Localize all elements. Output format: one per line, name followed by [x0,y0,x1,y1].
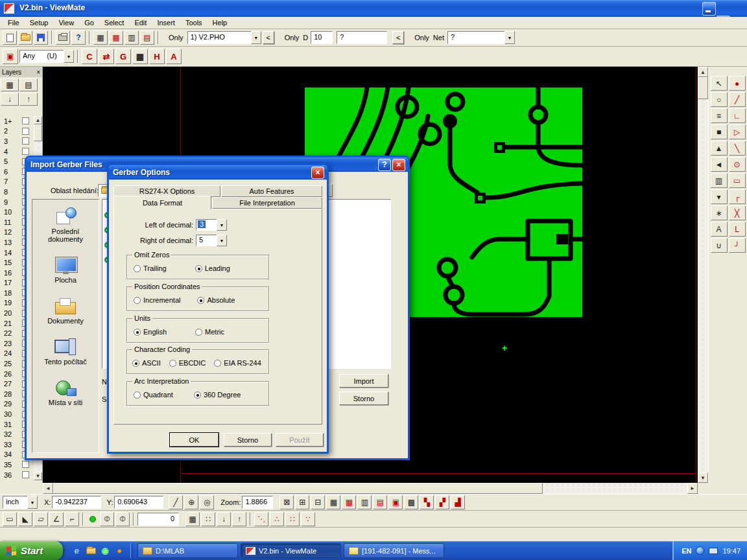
radio-option[interactable]: English [134,328,167,336]
zoom-tool-button[interactable]: ▤ [373,495,387,509]
draw-tool-button[interactable]: ∟ [729,108,746,123]
places-bar-item[interactable]: Poslední dokumenty [32,207,99,243]
draw-tool-button[interactable]: ⊙ [729,157,746,172]
menu-item[interactable]: Tools [180,18,208,28]
measure-tool-button[interactable]: ▱ [34,512,48,526]
radio-option[interactable]: Trailing [134,264,167,272]
dcode-input[interactable]: 10 [311,31,333,44]
draw-tool-button[interactable]: ◄ [711,157,728,172]
radio-icon[interactable] [194,391,201,399]
radio-option[interactable]: EBCDIC [169,359,206,367]
selection-mode-button[interactable]: ▣ [3,49,18,64]
layer-down-button[interactable]: ↓ [1,93,19,106]
highlight-tool-button[interactable]: G [115,49,131,64]
taskbar-task-button[interactable]: [191-482-091] - Mess... [344,543,444,558]
tray-display-icon[interactable] [709,548,718,554]
measure-tool-button[interactable]: ∠ [49,512,64,526]
places-bar-item[interactable]: Tento počítač [32,338,99,366]
scroll-thumb[interactable] [53,483,543,494]
menu-item[interactable]: Help [208,18,233,28]
highlight-tool-button[interactable]: H [149,49,165,64]
zoom-tool-button[interactable]: ▟ [451,495,465,509]
highlight-tool-button[interactable]: ⇄ [99,49,114,64]
grid-tool-button[interactable]: ↑ [232,512,246,526]
minimize-button[interactable] [702,2,716,16]
draw-tool-button[interactable]: ≡ [711,108,728,123]
draw-tool-button[interactable]: ┌ [729,189,746,204]
layer-list-button[interactable]: ▤ [19,78,38,91]
places-bar-item[interactable]: Místa v síti [32,379,99,406]
radio-icon[interactable] [134,391,141,399]
horizontal-scrollbar[interactable]: ◄ ► [43,483,698,494]
radio-icon[interactable] [214,360,221,367]
layer-visibility-checkbox[interactable] [22,137,29,145]
menu-item[interactable]: Edit [129,18,152,28]
left-of-decimal-combo[interactable]: 3 ▼ [196,219,227,231]
zoom-tool-button[interactable]: ▦ [342,495,356,509]
zoom-tool-button[interactable]: ⊟ [311,495,325,509]
menu-item[interactable]: View [53,18,79,28]
table-tool-button[interactable]: ▤ [140,30,154,45]
layer-row[interactable]: 4 [0,146,34,157]
grid-tool-button[interactable]: ∷ [201,512,215,526]
status-tool-button[interactable]: ⊕ [184,495,198,509]
dcode-query-input[interactable]: ? [337,31,387,44]
draw-tool-button[interactable]: ▭ [729,173,746,188]
radio-option[interactable]: EIA RS-244 [214,359,261,367]
tab-file-interpretation[interactable]: File Interpretation [212,197,322,209]
taskbar-task-button[interactable]: V2.bin - ViewMate [241,543,341,558]
radio-icon[interactable] [195,329,202,336]
layer-row[interactable]: 3 [0,136,34,146]
menu-item[interactable]: File [3,18,25,28]
menu-item[interactable]: Setup [25,18,54,28]
import-cancel-button[interactable]: Storno [339,391,388,405]
context-help-button[interactable]: ? [71,30,86,45]
zoom-tool-button[interactable]: ⊠ [279,495,294,509]
table-tool-button[interactable]: ▦ [93,30,108,45]
radio-option[interactable]: Metric [195,328,224,336]
layer-visibility-checkbox[interactable] [22,461,29,468]
only-layer-toggle[interactable]: Only [169,34,184,41]
draw-tool-button[interactable]: ■ [711,124,728,139]
layer-visibility-checkbox[interactable] [22,148,29,155]
draw-tool-button[interactable]: ╱ [729,92,746,107]
scroll-up-icon[interactable]: ▲ [34,116,42,124]
unit-combo[interactable]: inch ▼ [3,496,38,509]
chevron-down-icon[interactable]: ▼ [251,31,261,44]
shield-icon[interactable]: ◉ [99,545,111,557]
radio-option[interactable]: 360 Degree [194,391,241,399]
dialog-close-button[interactable]: × [311,167,324,179]
dialog-help-button[interactable]: ? [378,159,391,171]
places-bar-item[interactable]: Plocha [32,256,99,284]
draw-tool-button[interactable]: ○ [711,92,728,107]
draw-tool-button[interactable]: ╲ [729,141,746,156]
scroll-thumb[interactable] [698,77,708,99]
radio-icon[interactable] [132,360,139,367]
pattern-tool-button[interactable]: ∵ [301,512,315,526]
radio-option[interactable]: Absolute [197,296,235,304]
radio-option[interactable]: Leading [195,264,230,272]
measure-tool-button[interactable]: ⌐ [65,512,79,526]
radio-option[interactable]: Quadrant [134,391,173,399]
scroll-right-icon[interactable]: ► [687,483,698,494]
clock[interactable]: 19:47 [722,547,741,555]
explorer-icon[interactable] [85,545,97,557]
radio-icon[interactable] [169,360,176,367]
draw-tool-button[interactable]: ∗ [711,205,728,220]
zoom-tool-button[interactable]: ▣ [388,495,403,509]
menu-item[interactable]: Insert [152,18,180,28]
menu-item[interactable]: Select [99,18,130,28]
zoom-tool-button[interactable]: ▩ [404,495,418,509]
radio-icon[interactable] [134,329,141,336]
pattern-tool-button[interactable]: ∴ [270,512,284,526]
highlight-tool-button[interactable]: ▦ [132,49,148,64]
layer-row[interactable]: 36 [0,470,34,480]
radio-icon[interactable] [197,297,204,304]
chevron-down-icon[interactable]: ▼ [217,235,227,246]
chevron-down-icon[interactable]: ▼ [64,50,74,63]
radio-option[interactable]: Incremental [134,296,180,304]
right-of-decimal-combo[interactable]: 5 ▼ [196,235,227,246]
dialog-close-button[interactable]: × [392,159,405,171]
draw-tool-button[interactable]: ● [729,76,746,91]
scroll-thumb[interactable] [34,124,42,141]
